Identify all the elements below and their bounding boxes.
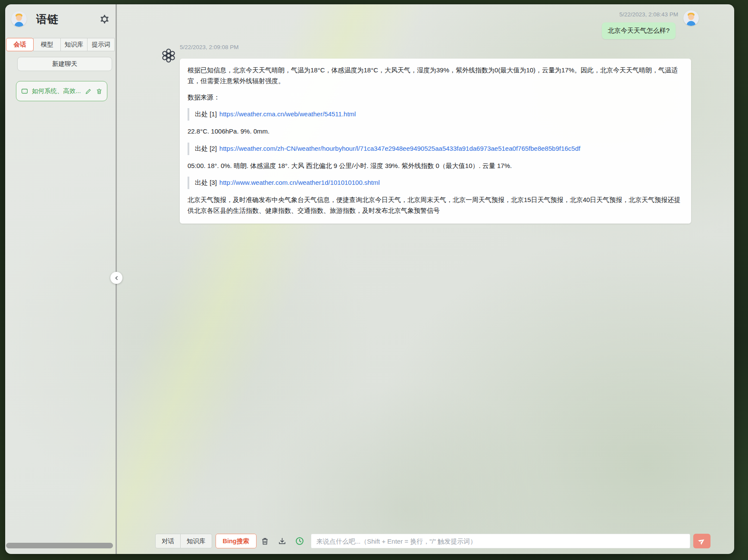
citation-prefix: 出处 [3]	[195, 179, 217, 186]
user-avatar[interactable]	[11, 11, 27, 27]
user-avatar	[683, 10, 699, 26]
citation-snippet: 05:00. 18°. 0%. 晴朗. 体感温度 18°. 大风 西北偏北 9 …	[188, 161, 683, 171]
composer-bar: 对话 知识库 Bing搜索	[155, 533, 710, 549]
sidebar: 语链 会话 模型 知识库 提示词	[5, 4, 116, 554]
citation-quote: 出处 [3]http://www.weather.com.cn/weather1…	[188, 177, 683, 189]
composer-tab-bing-search[interactable]: Bing搜索	[216, 534, 257, 548]
citation-link[interactable]: https://weather.cma.cn/web/weather/54511…	[219, 110, 356, 118]
sidebar-tab-models[interactable]: 模型	[33, 38, 61, 51]
sources-label: 数据来源：	[188, 92, 683, 103]
chat-bubble-icon	[21, 87, 28, 95]
assistant-message-timestamp: 5/22/2023, 2:09:08 PM	[180, 44, 239, 50]
app-window: 语链 会话 模型 知识库 提示词	[5, 4, 734, 554]
sidebar-header: 语链	[11, 9, 110, 28]
citation-prefix: 出处 [2]	[195, 145, 217, 152]
chat-item-title: 如何系统、高效...	[32, 87, 81, 95]
citation-snippet: 北京天气预报，及时准确发布中央气象台天气信息，便捷查询北京今日天气，北京周末天气…	[188, 195, 683, 216]
composer-tab-knowledge[interactable]: 知识库	[180, 534, 212, 548]
user-message-timestamp: 5/22/2023, 2:08:43 PM	[619, 11, 678, 18]
chevron-left-icon	[116, 277, 117, 280]
clear-trash-icon[interactable]	[257, 534, 274, 548]
send-button[interactable]	[693, 534, 710, 548]
send-plane-icon	[698, 537, 706, 545]
settings-gear-icon[interactable]	[99, 14, 110, 24]
sidebar-tab-bar: 会话 模型 知识库 提示词	[6, 38, 115, 51]
citation-snippet: 22.8°C. 1006hPa. 9%. 0mm.	[188, 126, 683, 137]
edit-pencil-icon[interactable]	[85, 88, 92, 95]
assistant-paragraph: 根据已知信息，北京今天天气晴朗，气温为18°C，体感温度为18°C，大风天气，湿…	[188, 65, 683, 87]
sidebar-tab-prompts[interactable]: 提示词	[87, 38, 115, 51]
chat-list-item[interactable]: 如何系统、高效...	[16, 81, 107, 101]
app-title: 语链	[36, 12, 59, 26]
export-download-icon[interactable]	[274, 534, 291, 548]
sidebar-collapse-button[interactable]	[110, 272, 122, 284]
citation-quote: 出处 [2]https://weather.com/zh-CN/weather/…	[188, 143, 683, 155]
citation-link[interactable]: http://www.weather.com.cn/weather1d/1010…	[219, 179, 380, 186]
sidebar-tab-conversations[interactable]: 会话	[6, 38, 34, 51]
sidebar-tab-knowledge[interactable]: 知识库	[60, 38, 88, 51]
chat-area: 5/22/2023, 2:08:43 PM 北京今天天气怎么样?	[117, 4, 734, 554]
user-message-bubble: 北京今天天气怎么样?	[602, 22, 676, 39]
citation-prefix: 出处 [1]	[195, 110, 217, 118]
composer-tab-dialogue[interactable]: 对话	[155, 534, 181, 548]
history-clock-icon[interactable]	[291, 534, 308, 548]
assistant-avatar-openai-icon	[160, 47, 177, 64]
new-chat-button[interactable]: 新建聊天	[17, 57, 112, 71]
citation-link[interactable]: https://weather.com/zh-CN/weather/hourby…	[219, 145, 580, 152]
message-input[interactable]	[311, 534, 690, 548]
sidebar-scrollbar[interactable]	[6, 543, 113, 548]
citation-quote: 出处 [1]https://weather.cma.cn/web/weather…	[188, 108, 683, 121]
assistant-message-card: 根据已知信息，北京今天天气晴朗，气温为18°C，体感温度为18°C，大风天气，湿…	[180, 59, 691, 224]
delete-trash-icon[interactable]	[96, 88, 103, 95]
